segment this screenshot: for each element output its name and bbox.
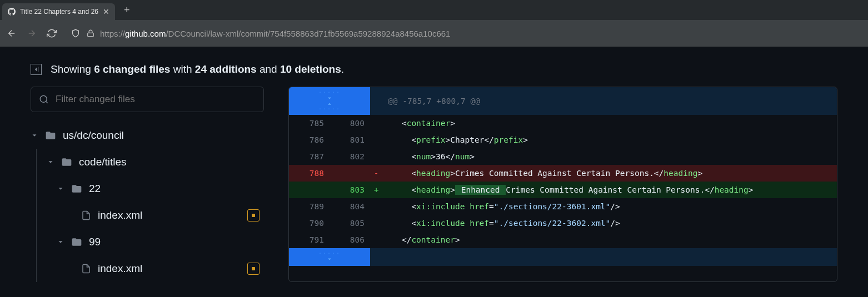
line-numbers: 787802 [289,152,370,161]
tree-label: 22 [89,183,264,195]
diff-line[interactable]: 785800 <container> [289,115,837,132]
browser-toolbar: https://github.com/DCCouncil/law-xml/com… [0,20,868,47]
diff-marker: - [370,169,382,178]
filter-files-box[interactable] [31,87,264,112]
filter-files-input[interactable] [56,94,256,105]
close-icon[interactable]: ✕ [103,7,109,16]
tree-folder[interactable]: code/titles [36,149,264,175]
hunk-header-row: ····· ····· @@ -785,7 +800,7 @@ [289,87,837,115]
expand-below-row: ····· [289,248,837,266]
code-content: <xi:include href="./sections/22-3601.xml… [382,202,837,211]
diff-line[interactable]: 786801 <prefix>Chapter</prefix> [289,132,837,148]
code-content: </container> [382,235,837,244]
folder-icon [71,183,82,194]
tree-label: us/dc/council [63,129,264,142]
tree-file[interactable]: index.xml [36,202,264,229]
code-content: <num>36</num> [382,152,837,161]
collapse-sidebar-button[interactable] [31,64,42,75]
folder-icon [45,130,56,141]
code-content: <heading> Enhanced Crimes Committed Agai… [382,185,837,194]
file-tree: us/dc/council code/titles 22 index.xml [31,122,264,282]
tree-folder[interactable]: 22 [36,175,264,202]
chevron-down-icon [57,185,64,193]
svg-rect-1 [38,67,38,72]
code-content: <container> [382,119,837,128]
line-numbers: 786801 [289,135,370,144]
diff-summary-text: Showing 6 changed files with 24 addition… [51,63,344,75]
chevron-down-icon [57,238,64,246]
new-tab-button[interactable]: + [121,4,133,16]
diff-summary-bar: Showing 6 changed files with 24 addition… [0,47,868,87]
file-tree-sidebar: us/dc/council code/titles 22 index.xml [31,87,264,282]
lock-icon [87,29,94,38]
file-icon [81,263,91,275]
modified-badge [247,209,260,222]
diff-line[interactable]: 803+ <heading> Enhanced Crimes Committed… [289,182,837,198]
diff-view: ····· ····· @@ -785,7 +800,7 @@ 785800 <… [288,87,837,282]
expand-above-button[interactable]: ····· ····· [289,87,370,115]
folder-icon [61,157,72,168]
code-content: <prefix>Chapter</prefix> [382,135,837,144]
line-numbers: 791806 [289,235,370,244]
line-numbers: 789804 [289,202,370,211]
tree-label: index.xml [98,209,241,222]
reload-button[interactable] [47,28,57,38]
shield-icon [71,29,80,38]
chevron-down-icon [47,158,54,166]
diff-marker: + [370,185,382,194]
tree-file[interactable]: index.xml [36,255,264,282]
tab-title: Title 22 Chapters 4 and 26 [20,8,98,16]
diff-line[interactable]: 787802 <num>36</num> [289,148,837,165]
svg-rect-0 [88,33,94,36]
diff-line[interactable]: 791806 </container> [289,231,837,248]
browser-tab[interactable]: Title 22 Chapters 4 and 26 ✕ [2,3,115,20]
chevron-down-icon [31,132,38,139]
file-icon [81,209,91,222]
back-button[interactable] [7,28,17,38]
line-numbers: 790805 [289,219,370,228]
diff-line[interactable]: 788- <heading>Crimes Committed Against C… [289,165,837,182]
search-icon [39,94,49,104]
code-content: <xi:include href="./sections/22-3602.xml… [382,219,837,228]
browser-tab-strip: Title 22 Chapters 4 and 26 ✕ + [0,0,868,20]
code-content: <heading>Crimes Committed Against Certai… [382,169,837,178]
tree-label: index.xml [98,263,241,275]
line-numbers: 785800 [289,119,370,128]
folder-icon [71,236,82,248]
svg-point-2 [40,95,47,102]
hunk-header-text: @@ -785,7 +800,7 @@ [382,97,837,105]
diff-line[interactable]: 789804 <xi:include href="./sections/22-3… [289,198,837,215]
url-bar[interactable]: https://github.com/DCCouncil/law-xml/com… [67,29,861,38]
tree-label: code/titles [79,156,264,168]
expand-below-button[interactable]: ····· [289,248,370,266]
diff-line[interactable]: 790805 <xi:include href="./sections/22-3… [289,215,837,231]
github-icon [8,8,16,16]
forward-button[interactable] [27,28,37,38]
tree-folder[interactable]: 99 [36,229,264,255]
line-numbers: 788 [289,169,370,178]
url-text: https://github.com/DCCouncil/law-xml/com… [100,29,857,38]
line-numbers: 803 [289,185,370,194]
tree-label: 99 [89,236,264,248]
tree-folder[interactable]: us/dc/council [31,122,264,149]
modified-badge [247,263,260,275]
